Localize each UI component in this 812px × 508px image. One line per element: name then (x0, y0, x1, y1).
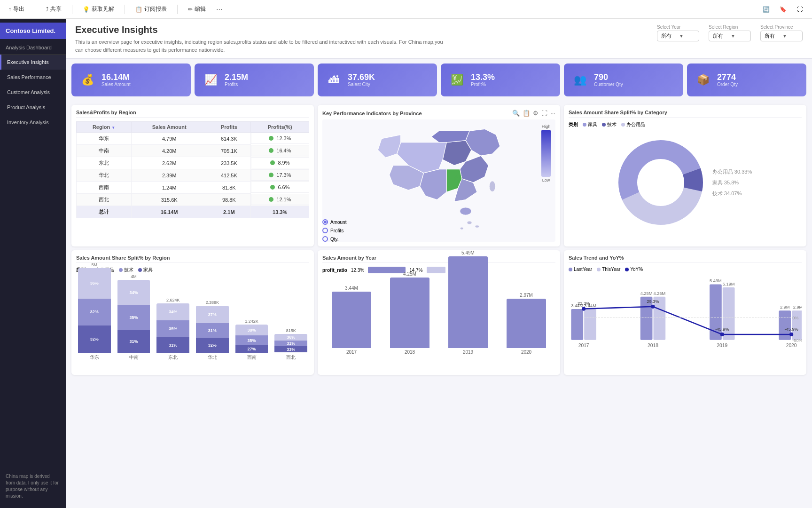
col-profits[interactable]: Profits (207, 122, 251, 133)
bar-lastyear-label: 2.9M (780, 305, 790, 310)
radio-label-qty: Qty. (330, 237, 339, 242)
kpi-label-sales: Sales Amount (102, 82, 131, 87)
kpi-label-city: Salest City (348, 82, 375, 87)
kpi-card-sales: 💰 16.14M Sales Amount (71, 64, 191, 96)
insights-button[interactable]: 💡 获取见解 (80, 3, 117, 15)
toolbar-separator-2 (72, 5, 72, 14)
year-filter-select[interactable]: 所有 ▼ (657, 31, 699, 41)
legend-furniture: 家具 (583, 121, 597, 128)
cell-sales: 1.24M (132, 182, 207, 194)
radio-label-amount: Amount (330, 220, 346, 225)
kpi-card-city: 🏙 37.69K Salest City (318, 64, 437, 96)
pie-label-office: 办公用品 30.33% (712, 168, 752, 175)
col-sales[interactable]: Sales Amount (132, 122, 207, 133)
bar-last-year (571, 309, 583, 340)
map-tool-icon-4[interactable]: ⛶ (541, 110, 547, 117)
top-charts-grid: Sales&Profits by Region Region ▼ Sales A… (66, 101, 812, 250)
region-bar-label: 西南 (247, 354, 257, 361)
legend-dot-this-year (597, 268, 601, 271)
edit-button[interactable]: ✏ 编辑 (185, 3, 209, 15)
kpi-value-profitpct: 13.3% (471, 73, 495, 82)
refresh-button[interactable]: 🔄 (759, 3, 773, 16)
region-bar-group: 5M36%32%32%华东 (76, 262, 113, 361)
radio-dot-qty (322, 236, 328, 242)
province-chevron-icon: ▼ (782, 33, 798, 39)
cell-sales: 2.62M (132, 157, 207, 169)
sidebar-item-inventory-analysis[interactable]: Inventory Analysis (0, 115, 66, 130)
radio-qty[interactable]: Qty. (322, 236, 346, 242)
sales-profits-title: Sales&Profits by Region (76, 110, 309, 118)
cell-profits: 412.5K (207, 169, 251, 182)
sidebar-item-product-analysis[interactable]: Product Analysis (0, 100, 66, 115)
cell-profits: 614.3K (207, 133, 251, 145)
stacked-bar: 36%31%33% (274, 334, 307, 353)
bar-thisyear-label: 2.9M (793, 305, 802, 310)
region-bar-group: 2.624K34%35%31%东北 (155, 298, 191, 361)
stacked-bar: 38%35%27% (235, 325, 268, 353)
province-filter-select[interactable]: 所有 ▼ (760, 31, 803, 41)
pie-label-tech: 技术 34.07% (712, 190, 752, 197)
sidebar-item-sales-performance[interactable]: Sales Performance (0, 70, 66, 85)
radio-label-profits: Profits (330, 228, 344, 233)
bookmark-button[interactable]: 🔖 (776, 3, 789, 16)
yoy-point (582, 307, 586, 310)
yoy-point (651, 305, 655, 309)
more-button[interactable]: ··· (216, 5, 222, 14)
bar-lastyear-label: 5.49M (710, 278, 722, 283)
map-tool-icon-3[interactable]: ⚙ (533, 110, 539, 117)
cell-sales: 2.39M (132, 169, 207, 182)
page-header: Executive Insights This is an overview p… (66, 19, 812, 59)
sidebar: Contoso Limited. Analysis Dashboard Exec… (0, 19, 66, 508)
share-button[interactable]: ⤴ 共享 (43, 3, 64, 15)
page-title: Executive Insights (75, 24, 451, 35)
sidebar-item-executive-insights[interactable]: Executive Insights (0, 55, 66, 70)
radio-amount[interactable]: Amount (322, 219, 346, 225)
kpi-card-profits: 📈 2.15M Profits (195, 64, 314, 96)
map-tool-icon-2[interactable]: 📋 (523, 110, 530, 117)
sales-trend-title: Sales Trend and YoY% (569, 255, 802, 263)
radio-profits[interactable]: Profits (322, 228, 346, 233)
sales-profits-table-container[interactable]: Region ▼ Sales Amount Profits Profits(%)… (76, 121, 309, 218)
legend-dot-last-year (569, 268, 572, 271)
export-button[interactable]: ↑ 导出 (6, 3, 27, 15)
legend-this-year: ThisYear (597, 267, 620, 272)
legend-label-office: 办公用品 (626, 121, 645, 128)
region-bar-chart: 5M36%32%32%华东4M34%35%31%中南2.624K34%35%31… (76, 276, 309, 370)
legend-dot-region-furniture (138, 268, 142, 272)
year-bar-value-label: 4.25M (403, 271, 416, 277)
col-region[interactable]: Region ▼ (77, 122, 132, 133)
table-total-row: 总计 16.14M 2.1M 13.3% (77, 206, 309, 218)
region-chevron-icon: ▼ (731, 33, 747, 39)
stacked-bar: 37%31%32% (196, 306, 229, 353)
map-tool-more[interactable]: ··· (550, 110, 555, 117)
sales-share-category-card: Sales Amount Share Split% by Category 类别… (564, 105, 806, 246)
map-scale: High Low (541, 124, 551, 183)
subscribe-button[interactable]: 📋 订阅报表 (133, 3, 170, 15)
expand-button[interactable]: ⛶ (793, 3, 806, 16)
year-chevron-icon: ▼ (679, 33, 695, 39)
scale-high-label: High (542, 124, 551, 129)
share-label: 共享 (50, 5, 62, 13)
region-filter-select[interactable]: 所有 ▼ (709, 31, 751, 41)
toolbar-separator-3 (125, 5, 125, 14)
status-dot (269, 173, 273, 177)
legend-label-last-year: LastYear (574, 267, 592, 272)
sales-profits-table: Region ▼ Sales Amount Profits Profits(%)… (76, 121, 309, 218)
year-bar (332, 292, 371, 348)
bar-segment-2: 32% (196, 338, 229, 353)
col-profitspct[interactable]: Profits(%) (251, 122, 309, 133)
map-tool-icon-1[interactable]: 🔍 (512, 110, 520, 117)
region-bar-label: 华北 (208, 354, 217, 361)
sidebar-item-customer-analysis[interactable]: Customer Analysis (0, 85, 66, 100)
min-label: -50% (792, 338, 802, 343)
year-filter-value: 所有 (661, 32, 677, 40)
cell-region: 华北 (77, 169, 132, 182)
year-bar-group: 2.97M 2020 (502, 293, 551, 355)
cell-region: 西南 (77, 182, 132, 194)
year-bar (448, 256, 487, 348)
year-bar-group: 3.44M 2017 (327, 286, 376, 355)
sales-profits-card: Sales&Profits by Region Region ▼ Sales A… (71, 105, 314, 246)
kpi-icon-order: 📦 (694, 71, 712, 89)
kpi-icon-customer: 👥 (570, 71, 589, 89)
year-filter-label: Select Year (657, 24, 699, 30)
